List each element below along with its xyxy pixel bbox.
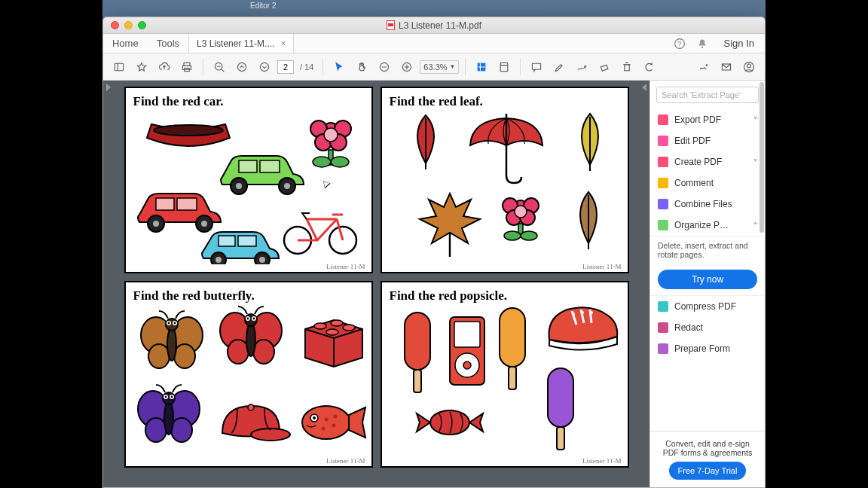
side-tool-combine-files[interactable]: Combine Files (650, 194, 765, 215)
svg-point-37 (324, 128, 338, 142)
print-icon[interactable] (177, 57, 197, 77)
page-up-icon[interactable] (232, 57, 252, 77)
svg-rect-48 (177, 198, 197, 210)
svg-point-72 (504, 231, 521, 240)
card-prompt: Find the red leaf. (390, 94, 620, 109)
chevron-up-icon: ˄ (753, 221, 757, 230)
zoom-minus-icon[interactable] (374, 57, 394, 77)
zoom-level-dropdown[interactable]: 63.3% ▼ (420, 60, 459, 74)
right-pane-toggle-icon[interactable] (639, 84, 646, 91)
svg-point-40 (331, 157, 349, 167)
tool-icon (658, 301, 668, 312)
svg-point-83 (167, 322, 170, 325)
side-tool-compress-pdf[interactable]: Compress PDF (650, 296, 765, 317)
nav-tools[interactable]: Tools (148, 34, 188, 53)
svg-point-101 (145, 418, 167, 442)
cloud-upload-icon[interactable] (154, 57, 174, 77)
document-viewport[interactable]: Find the red car. (103, 81, 649, 487)
fit-page-icon[interactable] (472, 57, 491, 77)
main-toolbar: / 14 63.3% ▼ (103, 53, 765, 81)
card-artwork (133, 114, 367, 264)
svg-point-115 (332, 424, 335, 428)
svg-point-58 (215, 257, 222, 263)
svg-point-39 (313, 157, 331, 167)
try-now-button[interactable]: Try now (658, 270, 757, 289)
svg-rect-125 (509, 367, 516, 389)
side-tool-create-pdf[interactable]: Create PDF˅ (650, 151, 765, 172)
pointer-tool-icon[interactable] (329, 57, 349, 77)
highlight-icon[interactable] (549, 57, 569, 77)
svg-rect-119 (414, 370, 421, 392)
svg-rect-19 (501, 63, 509, 71)
svg-point-128 (590, 311, 593, 314)
notification-bell-icon[interactable] (691, 34, 714, 53)
page-number-input[interactable] (277, 60, 294, 74)
promo-panel: Convert, edit and e-sign PDF forms & agr… (650, 431, 765, 487)
tool-label: Redact (674, 322, 703, 333)
side-tool-redact[interactable]: Redact (650, 317, 765, 338)
help-icon[interactable]: ? (668, 34, 691, 53)
svg-point-2 (701, 46, 702, 47)
document-tab[interactable]: L3 Listener 11-M.... × (188, 34, 294, 53)
svg-point-97 (326, 329, 338, 335)
svg-rect-55 (219, 236, 235, 246)
svg-point-95 (314, 323, 326, 329)
tool-label: Create PDF (674, 157, 722, 167)
worksheet-card: Find the red popsicle. (381, 281, 629, 468)
card-footer-label: Listener 11-M (326, 263, 365, 270)
trash-icon[interactable] (617, 57, 637, 77)
tools-side-panel: Search 'Extract Page' Export PDF˅Edit PD… (649, 81, 765, 487)
side-search-input[interactable]: Search 'Extract Page' (656, 87, 759, 103)
tool-label: Combine Files (674, 199, 732, 209)
side-tool-comment[interactable]: Comment (650, 172, 765, 194)
mail-icon[interactable] (717, 57, 736, 77)
nav-home[interactable]: Home (103, 34, 148, 53)
hand-tool-icon[interactable] (352, 57, 371, 77)
sidebar-toggle-icon[interactable] (109, 57, 129, 77)
tool-icon (658, 114, 668, 125)
svg-point-126 (572, 313, 575, 316)
star-icon[interactable] (132, 57, 151, 77)
svg-point-77 (148, 344, 170, 368)
svg-point-73 (521, 231, 537, 240)
organize-description: Delete, insert, extract and rotate pages… (650, 236, 765, 264)
svg-point-123 (463, 361, 471, 369)
svg-point-12 (260, 63, 268, 71)
profile-icon[interactable] (739, 57, 759, 77)
svg-rect-3 (115, 63, 123, 71)
zoom-out-icon[interactable] (209, 57, 229, 77)
sign-icon[interactable] (694, 57, 714, 77)
page-view-icon[interactable] (494, 57, 514, 77)
zoom-level-label: 63.3% (423, 63, 447, 72)
window-title-text: L3 Listener 11-M.pdf (399, 20, 481, 31)
tool-label: Comment (674, 178, 714, 188)
left-pane-toggle-icon[interactable] (106, 84, 114, 91)
side-tool-organize-p-[interactable]: Organize P…˄ (650, 215, 765, 236)
tool-icon (658, 157, 668, 167)
free-trial-button[interactable]: Free 7-Day Trial (669, 462, 747, 480)
svg-rect-121 (454, 322, 480, 347)
svg-point-114 (324, 418, 328, 422)
side-tool-prepare-form[interactable]: Prepare Form (650, 338, 765, 359)
window-title: L3 Listener 11-M.pdf (103, 20, 765, 31)
worksheet-card: Find the red leaf. (381, 87, 629, 273)
draw-icon[interactable] (572, 57, 591, 77)
svg-rect-56 (238, 236, 256, 246)
svg-point-84 (173, 322, 176, 325)
side-tool-export-pdf[interactable]: Export PDF˅ (650, 109, 765, 130)
svg-point-22 (585, 66, 586, 67)
nav-bar: Home Tools L3 Listener 11-M.... × ? Sign… (103, 34, 765, 53)
page-down-icon[interactable] (255, 57, 274, 77)
sign-in-link[interactable]: Sign In (714, 34, 765, 53)
svg-point-117 (333, 415, 337, 419)
side-tool-edit-pdf[interactable]: Edit PDF (650, 130, 765, 151)
svg-rect-21 (533, 63, 541, 69)
erase-icon[interactable] (594, 57, 614, 77)
rotate-icon[interactable] (640, 57, 659, 77)
close-tab-button[interactable]: × (280, 38, 286, 49)
tool-icon (658, 343, 668, 354)
svg-rect-131 (557, 427, 564, 450)
comment-icon[interactable] (527, 57, 546, 77)
zoom-plus-icon[interactable] (397, 57, 417, 77)
svg-point-31 (154, 125, 223, 136)
